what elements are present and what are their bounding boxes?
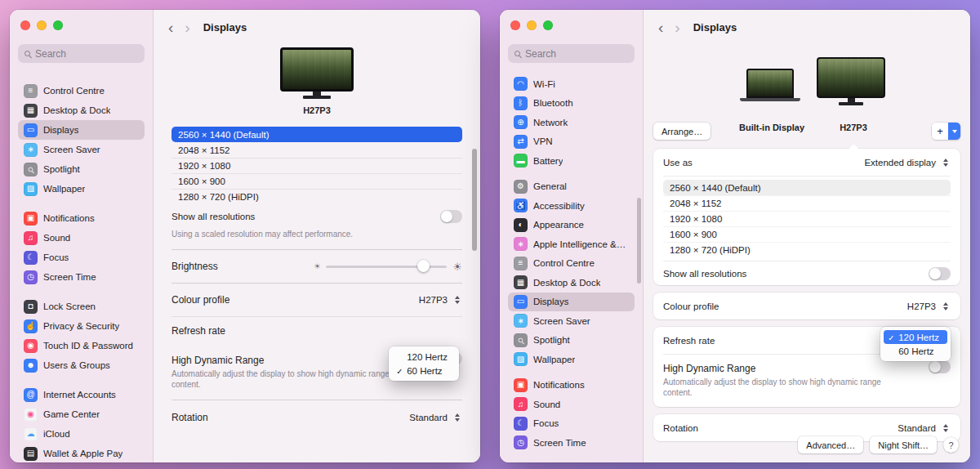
- resolution-option-1280-720-hidpi[interactable]: 1280 × 720 (HiDPI): [663, 242, 951, 257]
- menu-item-120-hertz[interactable]: 120 Hertz: [392, 350, 456, 364]
- sidebar-item-bluetooth[interactable]: ᛒBluetooth: [508, 94, 635, 114]
- scrollbar-thumb[interactable]: [472, 149, 477, 251]
- displays-pane: ‹ › Displays Built-in Display H27P3 Arra…: [644, 10, 970, 462]
- sidebar-item-sound[interactable]: ♫Sound: [18, 228, 145, 248]
- use-as-select[interactable]: Extended display: [864, 158, 951, 168]
- resolution-option-2048-1152[interactable]: 2048 × 1152: [172, 142, 462, 158]
- refresh-rate-menu: 120 Hertz✓60 Hertz: [389, 346, 459, 381]
- external-display-thumbnail[interactable]: [280, 47, 354, 99]
- rotation-select[interactable]: Standard: [898, 423, 951, 433]
- sidebar-item-notifications[interactable]: ▣Notifications: [18, 208, 145, 228]
- show-all-resolutions-toggle[interactable]: [440, 210, 462, 223]
- add-display-button[interactable]: +: [932, 123, 960, 140]
- sidebar-item-wallpaper[interactable]: ▨Wallpaper: [18, 179, 145, 199]
- sidebar-item-battery[interactable]: ▬Battery: [508, 151, 635, 171]
- sidebar-item-game-center[interactable]: ◉Game Center: [18, 404, 145, 424]
- sidebar-item-control-centre[interactable]: ≡Control Centre: [18, 81, 145, 100]
- sidebar-item-desktop-dock[interactable]: ▦Desktop & Dock: [18, 100, 145, 120]
- colour-profile-select[interactable]: H27P3: [907, 302, 951, 311]
- show-all-resolutions-toggle[interactable]: [929, 267, 951, 280]
- sidebar-item-wallpaper[interactable]: ▨Wallpaper: [508, 350, 635, 369]
- brightness-track[interactable]: [326, 266, 447, 268]
- night-shift-button[interactable]: Night Shift…: [870, 436, 937, 453]
- sidebar-group: ▣Notifications♫Sound☾Focus◷Screen Time: [500, 376, 643, 453]
- sidebar-item-lock-screen[interactable]: ◘Lock Screen: [18, 297, 145, 316]
- resolution-option-2560-1440-default[interactable]: 2560 × 1440 (Default): [172, 127, 462, 142]
- sidebar-item-control-centre[interactable]: ≡Control Centre: [508, 254, 635, 274]
- zoom-button[interactable]: [53, 20, 63, 30]
- sidebar-item-internet-accounts[interactable]: @Internet Accounts: [18, 385, 145, 404]
- resolution-option-1280-720-hidpi[interactable]: 1280 × 720 (HiDPI): [172, 189, 462, 204]
- zoom-button[interactable]: [543, 20, 553, 30]
- sidebar-item-accessibility[interactable]: ♿Accessibility: [508, 196, 635, 216]
- forward-button[interactable]: ›: [675, 20, 679, 35]
- close-button[interactable]: [20, 20, 30, 30]
- sidebar-item-spotlight[interactable]: Spotlight: [508, 331, 635, 351]
- sidebar-item-network[interactable]: ⊕Network: [508, 113, 635, 132]
- content-header: ‹ › Displays: [644, 10, 970, 44]
- resolution-option-2048-1152[interactable]: 2048 × 1152: [663, 195, 951, 211]
- resolution-option-1600-900[interactable]: 1600 × 900: [172, 173, 462, 189]
- resolution-option-1600-900[interactable]: 1600 × 900: [663, 226, 951, 242]
- search-icon: [24, 51, 30, 56]
- rotation-select[interactable]: Standard: [409, 413, 462, 422]
- sidebar-item-vpn[interactable]: ⇄VPN: [508, 132, 635, 152]
- search-input[interactable]: Search: [508, 44, 635, 63]
- sidebar-item-label: Battery: [533, 156, 563, 166]
- resolution-option-2560-1440-default[interactable]: 2560 × 1440 (Default): [663, 180, 951, 195]
- hdr-toggle[interactable]: [929, 360, 951, 373]
- forward-button[interactable]: ›: [185, 20, 189, 35]
- brightness-slider[interactable]: ☀ ☀: [314, 261, 462, 273]
- refresh-rate-menu: ✓120 Hertz60 Hertz: [880, 327, 951, 361]
- sidebar-item-privacy-security[interactable]: ☝Privacy & Security: [18, 316, 145, 336]
- menu-item-60-hertz[interactable]: 60 Hertz: [884, 344, 947, 358]
- sidebar-item-touch-id-password[interactable]: ◉Touch ID & Password: [18, 336, 145, 355]
- sidebar-item-screen-saver[interactable]: ∗Screen Saver: [18, 140, 145, 159]
- minimize-button[interactable]: [37, 20, 47, 30]
- plus-icon[interactable]: +: [932, 123, 948, 140]
- colour-profile-select[interactable]: H27P3: [419, 295, 462, 305]
- arrange-button[interactable]: Arrange…: [653, 123, 710, 140]
- use-as-row: Use as Extended display: [663, 149, 951, 176]
- menu-item-120-hertz[interactable]: ✓120 Hertz: [884, 330, 947, 344]
- brightness-knob[interactable]: [417, 260, 430, 272]
- external-display-thumbnail[interactable]: [817, 57, 885, 105]
- sidebar-item-focus[interactable]: ☾Focus: [18, 248, 145, 267]
- sidebar-item-displays[interactable]: ▭Displays: [508, 293, 635, 312]
- sidebar-item-icloud[interactable]: ☁iCloud: [18, 424, 145, 444]
- sidebar-item-focus[interactable]: ☾Focus: [508, 414, 635, 434]
- sidebar-item-wi-fi[interactable]: ◠Wi-Fi: [508, 74, 635, 94]
- sidebar-item-users-groups[interactable]: ☻Users & Groups: [18, 355, 145, 375]
- help-button[interactable]: ?: [943, 437, 959, 453]
- sidebar-group: ▣Notifications♫Sound☾Focus◷Screen Time: [10, 208, 153, 287]
- advanced-button[interactable]: Advanced…: [798, 436, 863, 453]
- sidebar-item-desktop-dock[interactable]: ▦Desktop & Dock: [508, 273, 635, 293]
- sidebar-item-general[interactable]: ⚙General: [508, 177, 635, 197]
- sidebar-item-spotlight[interactable]: Spotlight: [18, 159, 145, 179]
- back-button[interactable]: ‹: [658, 20, 663, 35]
- vpn-icon: ⇄: [514, 135, 528, 149]
- sidebar-item-apple-intelligence[interactable]: ∗Apple Intelligence &…: [508, 234, 635, 254]
- sidebar-item-screen-time[interactable]: ◷Screen Time: [18, 267, 145, 287]
- sidebar-item-notifications[interactable]: ▣Notifications: [508, 376, 635, 395]
- resolution-option-1920-1080[interactable]: 1920 × 1080: [172, 158, 462, 173]
- sidebar-item-displays[interactable]: ▭Displays: [18, 120, 145, 140]
- colour-profile-label: Colour profile: [172, 294, 229, 306]
- sidebar-item-wallet-apple-pay[interactable]: ▤Wallet & Apple Pay: [18, 444, 145, 462]
- sidebar-item-appearance[interactable]: ◐Appearance: [508, 216, 635, 235]
- back-button[interactable]: ‹: [168, 20, 173, 35]
- sidebar-item-screen-time[interactable]: ◷Screen Time: [508, 433, 635, 453]
- built-in-display-thumbnail[interactable]: [746, 69, 800, 101]
- minimize-button[interactable]: [527, 20, 537, 30]
- sidebar-item-screen-saver[interactable]: ∗Screen Saver: [508, 311, 635, 331]
- sidebar-scrollbar-thumb[interactable]: [637, 198, 641, 284]
- close-button[interactable]: [510, 20, 520, 30]
- add-display-dropdown[interactable]: [948, 123, 960, 140]
- search-input[interactable]: Search: [18, 44, 145, 63]
- sidebar-item-label: Screen Time: [43, 272, 96, 282]
- stepper-icon: [941, 424, 951, 432]
- menu-item-60-hertz[interactable]: ✓60 Hertz: [392, 364, 456, 377]
- rotation-label: Rotation: [172, 412, 208, 423]
- sidebar-item-sound[interactable]: ♫Sound: [508, 395, 635, 414]
- resolution-option-1920-1080[interactable]: 1920 × 1080: [663, 211, 951, 226]
